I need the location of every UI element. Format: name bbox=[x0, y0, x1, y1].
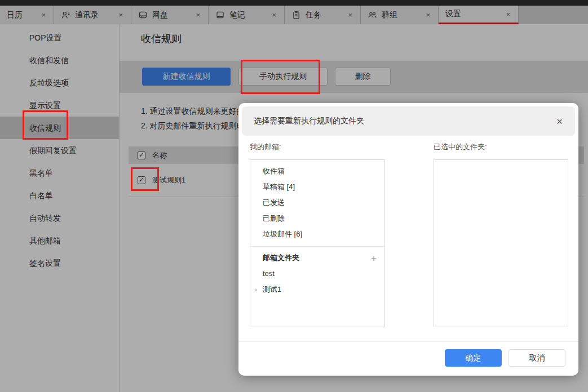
confirm-button[interactable]: 确定 bbox=[445, 349, 502, 367]
dialog-header: 选择需要重新执行规则的文件夹 × bbox=[242, 106, 575, 136]
folder-item-junk[interactable]: 垃圾邮件 [6] bbox=[250, 226, 384, 242]
source-folder-list: 收件箱 草稿箱 [4] 已发送 已删除 垃圾邮件 [6] 邮箱文件夹 + tes… bbox=[250, 159, 385, 327]
custom-folders-section-title: 邮箱文件夹 bbox=[263, 253, 299, 263]
folder-item-inbox[interactable]: 收件箱 bbox=[250, 163, 384, 179]
annotation-box-run-rules-button bbox=[241, 60, 320, 94]
folder-item-test[interactable]: test bbox=[250, 266, 384, 282]
close-icon[interactable]: × bbox=[553, 115, 566, 128]
annotation-box-sidebar-mail-rules bbox=[23, 110, 68, 140]
folder-item-label: 测试1 bbox=[263, 282, 281, 297]
chevron-right-icon[interactable]: › bbox=[255, 282, 260, 297]
folder-item-test1[interactable]: › 测试1 bbox=[250, 282, 384, 297]
cancel-button[interactable]: 取消 bbox=[509, 349, 565, 367]
selected-folder-list bbox=[434, 159, 568, 327]
dialog-title: 选择需要重新执行规则的文件夹 bbox=[254, 116, 364, 126]
annotation-box-rule-checkbox bbox=[131, 167, 159, 191]
selected-folders-label: 已选中的文件夹: bbox=[434, 142, 487, 152]
folder-item-sent[interactable]: 已发送 bbox=[250, 195, 384, 211]
my-mailbox-label: 我的邮箱: bbox=[250, 142, 281, 152]
app-window: 日历 × 通讯录 × 网盘 × 笔记 × bbox=[0, 0, 588, 392]
folder-item-drafts[interactable]: 草稿箱 [4] bbox=[250, 179, 384, 195]
folder-item-deleted[interactable]: 已删除 bbox=[250, 211, 384, 226]
dialog-footer-divider bbox=[238, 341, 578, 342]
run-rules-dialog: 选择需要重新执行规则的文件夹 × 我的邮箱: 已选中的文件夹: 收件箱 草稿箱 … bbox=[238, 103, 578, 376]
add-folder-icon[interactable]: + bbox=[371, 253, 377, 263]
